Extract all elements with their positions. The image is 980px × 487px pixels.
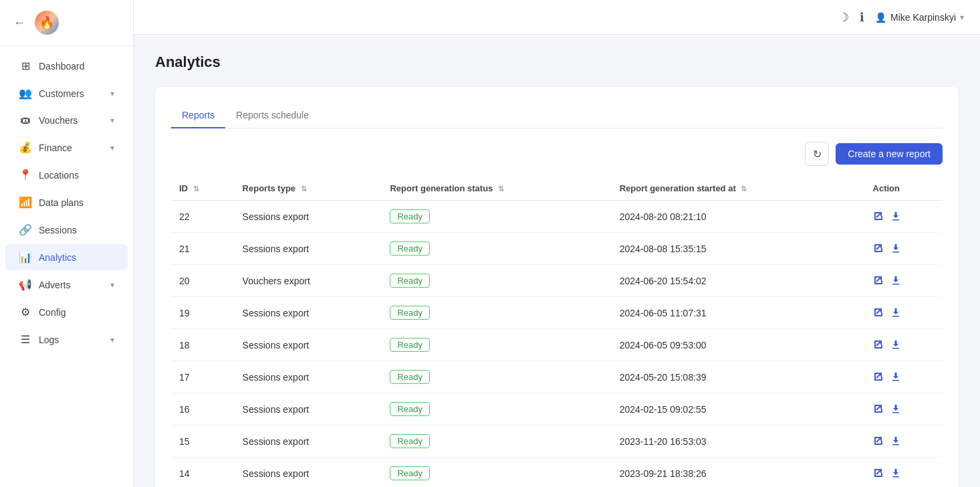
cell-type: Sessions export — [235, 329, 382, 361]
status-badge: Ready — [390, 402, 430, 416]
sidebar-item-customers[interactable]: 👥 Customers ▾ — [5, 80, 128, 106]
sidebar-item-sessions[interactable]: 🔗 Sessions — [5, 217, 128, 243]
col-status: Report generation status ⇅ — [382, 177, 611, 201]
cell-status: Ready — [382, 297, 611, 329]
cell-type: Sessions export — [235, 233, 382, 265]
cell-started-at: 2024-02-15 09:02:55 — [612, 393, 865, 425]
table-row: 16 Sessions export Ready 2024-02-15 09:0… — [171, 393, 943, 425]
user-menu[interactable]: 👤 Mike Karpinskyi ▾ — [875, 12, 964, 23]
open-external-icon[interactable] — [873, 435, 884, 448]
open-external-icon[interactable] — [873, 274, 884, 288]
open-external-icon[interactable] — [873, 210, 884, 223]
download-icon[interactable] — [890, 338, 901, 352]
cell-status: Ready — [382, 393, 611, 425]
sidebar-item-logs[interactable]: ☰ Logs ▾ — [5, 326, 128, 353]
table-row: 17 Sessions export Ready 2024-05-20 15:0… — [171, 361, 943, 393]
cell-status: Ready — [382, 458, 611, 488]
download-icon[interactable] — [890, 403, 901, 416]
cell-id: 20 — [171, 265, 235, 297]
sort-icon[interactable]: ⇅ — [301, 185, 307, 193]
create-report-button[interactable]: Create a new report — [836, 143, 943, 165]
locations-icon: 📍 — [19, 169, 32, 181]
tabs-bar: Reports Reports schedule — [171, 103, 943, 128]
open-external-icon[interactable] — [873, 338, 884, 352]
status-badge: Ready — [390, 241, 430, 256]
cell-action — [865, 265, 943, 297]
action-icons — [873, 435, 935, 448]
download-icon[interactable] — [890, 371, 901, 384]
tab-reports-schedule[interactable]: Reports schedule — [225, 103, 320, 128]
reports-table: ID ⇅ Reports type ⇅ Report generation st… — [171, 177, 943, 487]
chevron-down-icon: ▾ — [110, 280, 114, 290]
open-external-icon[interactable] — [873, 306, 884, 320]
cell-started-at: 2024-06-05 11:07:31 — [612, 297, 865, 329]
sidebar-item-adverts[interactable]: 📢 Adverts ▾ — [5, 272, 128, 298]
download-icon[interactable] — [890, 242, 901, 256]
sort-icon[interactable]: ⇅ — [193, 185, 199, 193]
sidebar-item-label: Vouchers — [39, 115, 78, 126]
status-badge: Ready — [390, 370, 430, 384]
open-external-icon[interactable] — [873, 467, 884, 480]
cell-type: Sessions export — [235, 425, 382, 458]
sidebar: ← 🔥 ⊞ Dashboard 👥 Customers ▾ 🎟 Vouchers… — [0, 0, 134, 487]
app-logo: 🔥 — [35, 11, 59, 35]
table-row: 14 Sessions export Ready 2023-09-21 18:3… — [171, 458, 943, 488]
dashboard-icon: ⊞ — [19, 60, 32, 72]
cell-id: 17 — [171, 361, 235, 393]
download-icon[interactable] — [890, 467, 901, 480]
sidebar-item-config[interactable]: ⚙ Config — [5, 299, 128, 325]
table-row: 20 Vouchers export Ready 2024-06-20 15:5… — [171, 265, 943, 297]
cell-action — [865, 297, 943, 329]
back-button[interactable]: ← — [13, 16, 25, 30]
download-icon[interactable] — [890, 306, 901, 320]
cell-started-at: 2024-08-08 15:35:15 — [612, 233, 865, 265]
sidebar-item-finance[interactable]: 💰 Finance ▾ — [5, 134, 128, 161]
sidebar-item-label: Adverts — [39, 280, 70, 290]
sidebar-item-dashboard[interactable]: ⊞ Dashboard — [5, 53, 128, 79]
download-icon[interactable] — [890, 435, 901, 448]
cell-id: 15 — [171, 425, 235, 458]
refresh-button[interactable]: ↻ — [805, 142, 829, 166]
table-toolbar: ↻ Create a new report — [171, 142, 943, 166]
logs-icon: ☰ — [19, 333, 32, 346]
col-reports-type: Reports type ⇅ — [235, 177, 382, 201]
open-external-icon[interactable] — [873, 403, 884, 416]
cell-started-at: 2024-06-05 09:53:00 — [612, 329, 865, 361]
col-started-at: Report generation started at ⇅ — [612, 177, 865, 201]
sort-icon[interactable]: ⇅ — [498, 185, 504, 193]
download-icon[interactable] — [890, 210, 901, 223]
sidebar-item-locations[interactable]: 📍 Locations — [5, 162, 128, 188]
data-plans-icon: 📶 — [19, 196, 32, 209]
table-row: 18 Sessions export Ready 2024-06-05 09:5… — [171, 329, 943, 361]
main-area: ☽ ℹ 👤 Mike Karpinskyi ▾ Analytics Report… — [134, 0, 980, 487]
cell-started-at: 2024-05-20 15:08:39 — [612, 361, 865, 393]
chevron-down-icon: ▾ — [960, 13, 964, 22]
action-icons — [873, 338, 935, 352]
info-icon[interactable]: ℹ — [860, 10, 864, 25]
sidebar-item-vouchers[interactable]: 🎟 Vouchers ▾ — [5, 108, 128, 133]
sidebar-item-data-plans[interactable]: 📶 Data plans — [5, 189, 128, 215]
table-row: 21 Sessions export Ready 2024-08-08 15:3… — [171, 233, 943, 265]
sidebar-item-label: Config — [39, 307, 66, 318]
open-external-icon[interactable] — [873, 242, 884, 256]
cell-status: Ready — [382, 361, 611, 393]
content-area: Analytics Reports Reports schedule ↻ Cre… — [134, 35, 980, 487]
cell-id: 18 — [171, 329, 235, 361]
sidebar-item-label: Logs — [39, 334, 59, 345]
sidebar-nav: ⊞ Dashboard 👥 Customers ▾ 🎟 Vouchers ▾ 💰… — [0, 46, 133, 487]
tab-reports[interactable]: Reports — [171, 103, 225, 128]
status-badge: Ready — [390, 274, 430, 288]
cell-id: 14 — [171, 458, 235, 488]
open-external-icon[interactable] — [873, 371, 884, 384]
sidebar-item-analytics[interactable]: 📊 Analytics — [5, 244, 128, 270]
sort-icon[interactable]: ⇅ — [741, 185, 747, 193]
cell-started-at: 2024-06-20 15:54:02 — [612, 265, 865, 297]
cell-action — [865, 329, 943, 361]
chevron-down-icon: ▾ — [110, 335, 114, 345]
sessions-icon: 🔗 — [19, 223, 32, 236]
sidebar-item-label: Analytics — [39, 252, 76, 263]
moon-icon[interactable]: ☽ — [838, 10, 849, 25]
cell-status: Ready — [382, 425, 611, 458]
download-icon[interactable] — [890, 274, 901, 288]
table-row: 22 Sessions export Ready 2024-08-20 08:2… — [171, 201, 943, 233]
